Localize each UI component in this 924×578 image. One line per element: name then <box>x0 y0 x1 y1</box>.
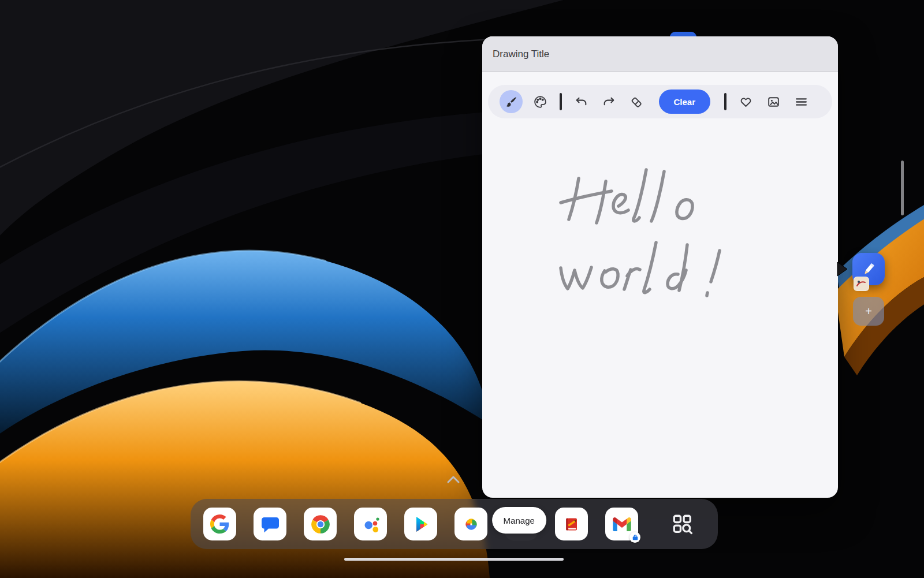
palette-tool-button[interactable] <box>530 91 550 112</box>
dock-app-google-search[interactable] <box>203 508 236 540</box>
mouse-cursor <box>837 261 848 277</box>
photos-icon <box>461 514 482 535</box>
menu-button[interactable] <box>791 91 812 112</box>
toolbar-divider <box>560 93 562 110</box>
redo-button[interactable] <box>599 91 620 112</box>
dock-app-photos[interactable] <box>454 508 487 540</box>
drawing-toolbar: Clear <box>488 85 832 118</box>
dock-app-play-store[interactable] <box>404 508 437 540</box>
gesture-navigation-bar[interactable] <box>344 558 564 561</box>
google-icon <box>210 514 229 534</box>
favorite-button[interactable] <box>736 91 757 112</box>
window-titlebar[interactable]: Drawing Title <box>482 36 838 72</box>
dock-app-managed[interactable]: Manage <box>505 508 538 540</box>
pencil-icon <box>860 260 877 278</box>
messages-icon <box>260 514 281 535</box>
brush-icon <box>504 95 519 109</box>
taskbar-expand-chevron-icon[interactable] <box>444 473 463 485</box>
handwriting-hello-world <box>561 170 720 296</box>
toolbar-divider <box>724 93 726 110</box>
window-body: Clear <box>482 73 838 498</box>
dock-app-drawer-search[interactable] <box>666 508 699 540</box>
manage-tooltip[interactable]: Manage <box>492 507 546 534</box>
palette-icon <box>533 95 547 109</box>
screen-edge-indicator <box>901 161 904 215</box>
gmail-icon <box>612 514 632 535</box>
dock-app-dictionary[interactable] <box>555 508 588 540</box>
heart-icon <box>739 95 753 109</box>
hamburger-menu-icon <box>794 95 808 109</box>
redo-icon <box>602 95 616 109</box>
dock-app-assistant[interactable] <box>354 508 387 540</box>
brush-tool-button[interactable] <box>500 90 523 113</box>
drawing-canvas[interactable] <box>482 73 838 498</box>
eraser-icon <box>629 95 644 109</box>
play-store-icon <box>411 514 431 534</box>
dock-app-gmail[interactable] <box>605 508 638 540</box>
work-profile-badge-icon <box>629 532 640 543</box>
taskbar-dock: Manage <box>191 499 718 549</box>
dock-app-chrome[interactable] <box>304 508 337 540</box>
drawing-window: Drawing Title <box>482 36 838 498</box>
drawing-app-bubble[interactable] <box>852 253 885 285</box>
bubble-sticker-icon <box>854 277 869 291</box>
undo-button[interactable] <box>571 91 592 112</box>
insert-image-button[interactable] <box>763 91 784 112</box>
undo-icon <box>574 95 588 109</box>
desktop: Drawing Title <box>0 0 924 578</box>
eraser-button[interactable] <box>627 91 647 112</box>
app-drawer-search-icon <box>670 512 695 536</box>
image-icon <box>766 95 781 109</box>
clear-button[interactable]: Clear <box>659 90 711 114</box>
assistant-icon <box>360 514 381 535</box>
chrome-icon <box>310 514 331 535</box>
dictionary-book-icon <box>561 514 582 535</box>
add-bubble-button[interactable]: + <box>853 297 884 326</box>
dock-app-messages[interactable] <box>254 508 286 540</box>
window-title: Drawing Title <box>493 49 549 60</box>
